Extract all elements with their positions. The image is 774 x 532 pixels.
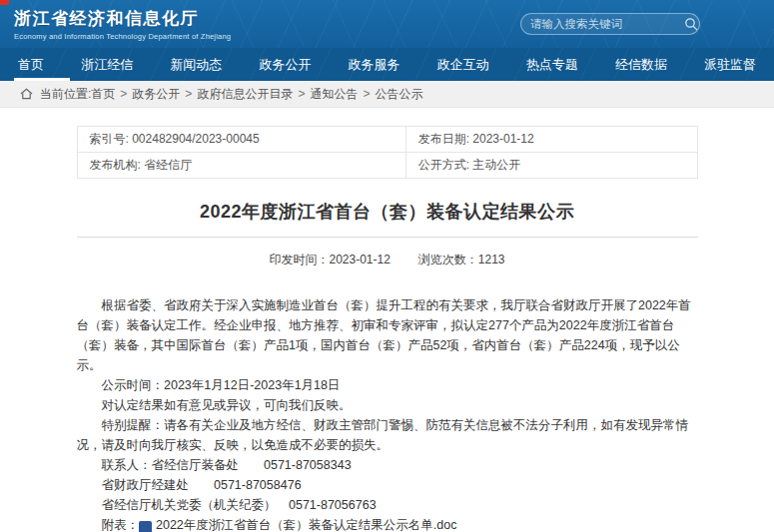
table-row: 发布机构: 省经信厅 公开方式: 主动公开 xyxy=(77,153,697,179)
doc-index-cell: 索引号: 002482904/2023-00045 xyxy=(77,127,405,153)
nav-item-hot-topics[interactable]: 热点专题 xyxy=(524,48,580,81)
print-time-label: 印发时间： xyxy=(269,253,329,266)
paragraph-contact-finance: 省财政厅经建处 0571-87058476 xyxy=(77,475,698,495)
nav-item-news[interactable]: 新闻动态 xyxy=(168,48,224,81)
table-row: 索引号: 002482904/2023-00045 发布日期: 2023-01-… xyxy=(77,127,697,153)
search-box xyxy=(520,13,700,35)
paragraph-intro: 根据省委、省政府关于深入实施制造业首台（套）提升工程的有关要求，我厅联合省财政厅… xyxy=(77,295,698,375)
main-nav: 首页 浙江经信 新闻动态 政务公开 政务服务 政企互动 热点专题 经信数据 派驻… xyxy=(0,48,774,81)
doc-opentype-label: 公开方式: xyxy=(418,158,469,172)
doc-puborg-label: 发布机构: xyxy=(90,158,141,172)
nav-item-gov-services[interactable]: 政务服务 xyxy=(347,48,402,81)
doc-pubdate-label: 发布日期: xyxy=(418,132,469,146)
attachment-label: 附表： xyxy=(102,518,140,532)
breadcrumb-item-gov-affairs[interactable]: 政务公开 xyxy=(132,86,180,103)
article-body: 根据省委、省政府关于深入实施制造业首台（套）提升工程的有关要求，我厅联合省财政厅… xyxy=(77,295,698,532)
breadcrumb-item-notices[interactable]: 通知公告 xyxy=(310,86,358,103)
nav-item-interaction[interactable]: 政企互动 xyxy=(435,48,491,81)
paragraph-contact-discipline: 省经信厅机关党委（机关纪委） 0571-87056763 xyxy=(77,495,698,515)
search-icon[interactable] xyxy=(684,17,698,31)
attachment-link[interactable]: 2022年度浙江省首台（套）装备认定结果公示名单.doc xyxy=(156,518,456,532)
word-doc-icon: W xyxy=(139,521,152,532)
nav-item-gov-affairs[interactable]: 政务公开 xyxy=(257,48,313,81)
page-title: 2022年度浙江省首台（套）装备认定结果公示 xyxy=(77,200,698,224)
breadcrumb-item-info-catalog[interactable]: 政府信息公开目录 xyxy=(197,86,293,103)
paragraph-contact-equipment: 联系人：省经信厅装备处 0571-87058343 xyxy=(77,455,698,475)
doc-index-label: 索引号: xyxy=(90,132,129,146)
breadcrumb-separator: > xyxy=(298,87,305,101)
title-divider xyxy=(77,237,698,238)
nav-item-home[interactable]: 首页 xyxy=(16,48,46,81)
paragraph-special-reminder: 特别提醒：请各有关企业及地方经信、财政主管部门警惕、防范有关信息被不法分子利用，… xyxy=(77,415,698,455)
breadcrumb-item-announcements[interactable]: 公告公示 xyxy=(375,86,422,103)
attachment-line: 附表：W2022年度浙江省首台（套）装备认定结果公示名单.doc xyxy=(77,515,698,532)
doc-pubdate-value: 2023-01-12 xyxy=(472,132,533,146)
site-title: 浙江省经济和信息化厅 xyxy=(14,7,231,30)
breadcrumb-item-home[interactable]: 首页 xyxy=(91,86,115,103)
search-input[interactable] xyxy=(530,18,684,30)
doc-index-value: 002482904/2023-00045 xyxy=(132,132,259,146)
doc-puborg-cell: 发布机构: 省经信厅 xyxy=(77,153,405,179)
print-time-value: 2023-01-12 xyxy=(329,253,389,266)
breadcrumb-separator: > xyxy=(185,87,192,101)
site-header: 浙江省经济和信息化厅 Economy and Information Techn… xyxy=(0,0,774,48)
article-meta-line: 印发时间：2023-01-12浏览次数：1213 xyxy=(77,252,698,268)
paragraph-public-period: 公示时间：2023年1月12日-2023年1月18日 xyxy=(77,375,698,395)
page: 浙江省经济和信息化厅 Economy and Information Techn… xyxy=(0,0,774,532)
home-icon xyxy=(20,88,33,100)
doc-pubdate-cell: 发布日期: 2023-01-12 xyxy=(405,127,697,153)
breadcrumb: 当前位置: 首页 > 政务公开 > 政府信息公开目录 > 通知公告 > 公告公示 xyxy=(0,81,774,108)
breadcrumb-prefix: 当前位置: xyxy=(40,86,91,103)
nav-item-supervision[interactable]: 派驻监督 xyxy=(702,48,758,81)
paragraph-feedback: 对认定结果如有意见或异议，可向我们反映。 xyxy=(77,395,698,415)
doc-opentype-cell: 公开方式: 主动公开 xyxy=(405,153,697,179)
screen-corner-artifact xyxy=(0,0,9,5)
views-label: 浏览次数： xyxy=(418,253,478,266)
article-page: 索引号: 002482904/2023-00045 发布日期: 2023-01-… xyxy=(77,108,698,532)
nav-item-zhejiang-jingxin[interactable]: 浙江经信 xyxy=(79,48,135,81)
nav-item-data[interactable]: 经信数据 xyxy=(613,48,669,81)
site-subtitle: Economy and Information Technology Depar… xyxy=(14,32,231,41)
site-logo[interactable]: 浙江省经济和信息化厅 Economy and Information Techn… xyxy=(14,7,231,41)
views-value: 1213 xyxy=(478,253,505,266)
doc-opentype-value: 主动公开 xyxy=(472,158,520,172)
doc-meta-table: 索引号: 002482904/2023-00045 发布日期: 2023-01-… xyxy=(77,126,698,179)
breadcrumb-separator: > xyxy=(363,87,370,101)
breadcrumb-separator: > xyxy=(120,87,127,101)
doc-puborg-value: 省经信厅 xyxy=(144,158,192,172)
